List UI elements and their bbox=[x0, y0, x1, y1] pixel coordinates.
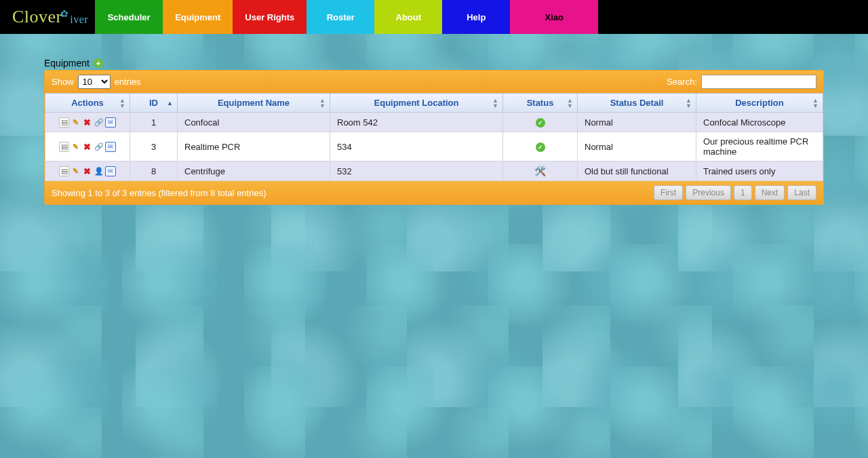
cell-description: Our precious realtime PCR machine bbox=[696, 132, 823, 161]
col-header-description[interactable]: Description▲▼ bbox=[696, 94, 823, 113]
view-icon[interactable]: ▤ bbox=[59, 117, 69, 128]
pager-previous-button[interactable]: Previous bbox=[686, 185, 731, 200]
table-controls-bar: Show 102550100 entries Search: bbox=[45, 71, 823, 93]
col-header-name[interactable]: Equipment Name▲▼ bbox=[178, 94, 330, 113]
equipment-table: Actions▲▼ ID▲ Equipment Name▲▼ Equipment… bbox=[45, 93, 823, 181]
link-icon[interactable]: 🔗 bbox=[94, 142, 104, 152]
cell-name: Realtime PCR bbox=[178, 132, 330, 161]
nav-about[interactable]: About bbox=[374, 0, 442, 34]
cell-status: ✓ bbox=[503, 113, 578, 132]
nav-help[interactable]: Help bbox=[442, 0, 510, 34]
show-label: Show bbox=[52, 77, 74, 87]
add-equipment-icon[interactable]: + bbox=[94, 58, 103, 68]
flower-icon: ✿ bbox=[60, 8, 69, 20]
mail-icon[interactable]: ✉ bbox=[105, 142, 116, 152]
col-header-detail[interactable]: Status Detail▲▼ bbox=[578, 94, 696, 113]
search-input[interactable] bbox=[701, 75, 816, 89]
trained-users-icon[interactable]: 👤 bbox=[94, 166, 104, 176]
link-icon[interactable]: 🔗 bbox=[94, 117, 104, 128]
table-row: ▤✎✖🔗✉1ConfocalRoom 542✓NormalConfocal Mi… bbox=[45, 113, 823, 132]
status-ok-icon: ✓ bbox=[536, 142, 545, 152]
cell-description: Confocal Microscope bbox=[696, 113, 823, 132]
entries-per-page-select[interactable]: 102550100 bbox=[78, 75, 111, 89]
table-row: ▤✎✖🔗✉3Realtime PCR534✓NormalOur precious… bbox=[45, 132, 823, 161]
cell-location: 532 bbox=[330, 161, 503, 181]
cell-detail: Normal bbox=[578, 113, 696, 132]
view-icon[interactable]: ▤ bbox=[59, 142, 69, 152]
cell-status: 🛠️ bbox=[503, 161, 578, 181]
sort-icon: ▲▼ bbox=[686, 98, 692, 109]
col-header-actions[interactable]: Actions▲▼ bbox=[45, 94, 130, 113]
col-header-status[interactable]: Status▲▼ bbox=[503, 94, 578, 113]
sort-asc-icon: ▲ bbox=[167, 100, 173, 106]
page-title: Equipment bbox=[44, 58, 90, 69]
cell-status: ✓ bbox=[503, 132, 578, 161]
delete-icon[interactable]: ✖ bbox=[82, 142, 92, 152]
status-warn-icon: 🛠️ bbox=[534, 166, 546, 176]
top-nav: Clover✿iver Scheduler Equipment User Rig… bbox=[0, 0, 868, 34]
brand-logo[interactable]: Clover✿iver bbox=[0, 0, 95, 34]
nav-user-rights[interactable]: User Rights bbox=[233, 0, 307, 34]
edit-icon[interactable]: ✎ bbox=[71, 166, 81, 176]
mail-icon[interactable]: ✉ bbox=[105, 166, 116, 176]
pager-last-button[interactable]: Last bbox=[787, 185, 816, 200]
pager-page-1-button[interactable]: 1 bbox=[734, 185, 752, 200]
cell-detail: Normal bbox=[578, 132, 696, 161]
pager-next-button[interactable]: Next bbox=[755, 185, 785, 200]
delete-icon[interactable]: ✖ bbox=[82, 117, 92, 128]
mail-icon[interactable]: ✉ bbox=[105, 117, 116, 128]
edit-icon[interactable]: ✎ bbox=[71, 117, 81, 128]
table-footer-bar: Showing 1 to 3 of 3 entries (filtered fr… bbox=[45, 181, 823, 204]
table-info-text: Showing 1 to 3 of 3 entries (filtered fr… bbox=[52, 188, 267, 198]
nav-equipment[interactable]: Equipment bbox=[163, 0, 233, 34]
sort-icon: ▲▼ bbox=[119, 98, 125, 109]
cell-id: 8 bbox=[130, 161, 178, 181]
table-row: ▤✎✖👤✉8Centrifuge532🛠️Old but still funct… bbox=[45, 161, 823, 181]
cell-name: Centrifuge bbox=[178, 161, 330, 181]
status-ok-icon: ✓ bbox=[536, 118, 545, 128]
cell-id: 3 bbox=[130, 132, 178, 161]
cell-location: Room 542 bbox=[330, 113, 503, 132]
search-label: Search: bbox=[667, 77, 697, 87]
sort-icon: ▲▼ bbox=[567, 98, 573, 109]
entries-label: entries bbox=[115, 77, 141, 87]
equipment-table-panel: Show 102550100 entries Search: Actions▲▼… bbox=[44, 70, 824, 205]
cell-location: 534 bbox=[330, 132, 503, 161]
view-icon[interactable]: ▤ bbox=[59, 166, 69, 176]
cell-name: Confocal bbox=[178, 113, 330, 132]
brand-part1: Clover bbox=[12, 7, 62, 27]
nav-roster[interactable]: Roster bbox=[307, 0, 374, 34]
sort-icon: ▲▼ bbox=[812, 98, 818, 109]
cell-id: 1 bbox=[130, 113, 178, 132]
sort-icon: ▲▼ bbox=[492, 98, 498, 109]
nav-current-user[interactable]: Xiao bbox=[510, 0, 598, 34]
col-header-location[interactable]: Equipment Location▲▼ bbox=[330, 94, 503, 113]
cell-detail: Old but still functional bbox=[578, 161, 696, 181]
nav-scheduler[interactable]: Scheduler bbox=[95, 0, 163, 34]
brand-part2: iver bbox=[70, 14, 88, 26]
pager: First Previous 1 Next Last bbox=[654, 185, 816, 200]
cell-description: Trained users only bbox=[696, 161, 823, 181]
sort-icon: ▲▼ bbox=[319, 98, 326, 109]
delete-icon[interactable]: ✖ bbox=[82, 166, 92, 176]
edit-icon[interactable]: ✎ bbox=[71, 142, 81, 152]
col-header-id[interactable]: ID▲ bbox=[130, 94, 178, 113]
pager-first-button[interactable]: First bbox=[654, 185, 683, 200]
